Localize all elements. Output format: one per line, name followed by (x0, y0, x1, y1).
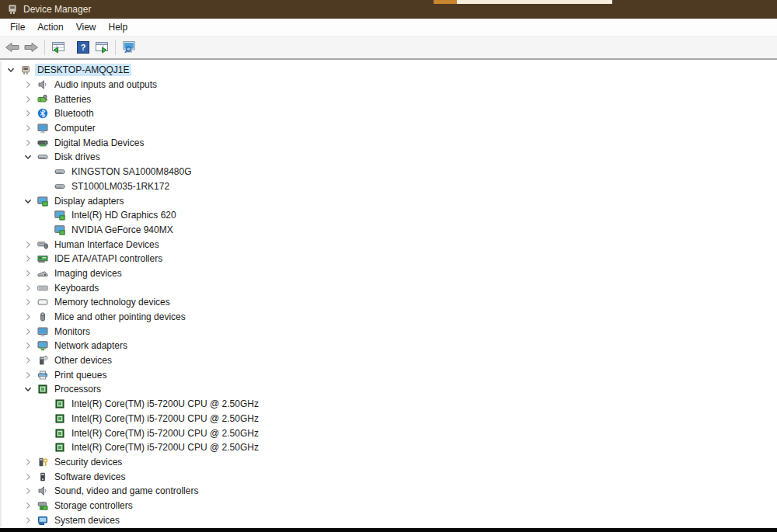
tree-item[interactable]: Human Interface Devices (2, 237, 777, 252)
tree-item[interactable]: Processors (2, 382, 777, 397)
chevron-right-icon[interactable] (23, 356, 33, 365)
forward-button[interactable] (22, 38, 40, 57)
tree-item-label[interactable]: Display adapters (52, 195, 126, 207)
tree-item[interactable]: Intel(R) Core(TM) i5-7200U CPU @ 2.50GHz (2, 397, 777, 412)
tree-item-label[interactable]: Processors (52, 383, 103, 395)
tree-item-label[interactable]: KINGSTON SA1000M8480G (69, 165, 194, 178)
tree-item[interactable]: Mice and other pointing devices (2, 310, 777, 325)
tree-item-label[interactable]: Software devices (52, 471, 127, 483)
tree-item-label[interactable]: DESKTOP-AMQQJ1E (35, 64, 131, 76)
tree-item[interactable]: Intel(R) Core(TM) i5-7200U CPU @ 2.50GHz (2, 426, 777, 440)
chevron-right-icon[interactable] (23, 327, 33, 336)
tree-item-label[interactable]: Intel(R) Core(TM) i5-7200U CPU @ 2.50GHz (69, 441, 261, 454)
tree-item-label[interactable]: Mice and other pointing devices (52, 311, 188, 323)
tree-item[interactable]: DESKTOP-AMQQJ1E (2, 63, 777, 78)
chevron-right-icon[interactable] (23, 516, 33, 525)
tree-item[interactable]: KINGSTON SA1000M8480G (2, 165, 777, 179)
menu-view[interactable]: View (70, 19, 103, 35)
tree-item-label[interactable]: Network adapters (52, 339, 130, 352)
tree-item[interactable]: Software devices (2, 469, 777, 484)
tree-item-label[interactable]: Security devices (52, 456, 124, 468)
action-pane-button[interactable] (92, 38, 111, 57)
back-button[interactable] (3, 38, 22, 57)
chevron-down-icon[interactable] (23, 196, 33, 206)
tree-item[interactable]: Audio inputs and outputs (2, 78, 777, 92)
tree-item-label[interactable]: IDE ATA/ATAPI controllers (52, 252, 165, 265)
chevron-right-icon[interactable] (23, 370, 33, 380)
tree-item[interactable]: Digital Media Devices (2, 135, 777, 150)
tree-item-label[interactable]: Batteries (52, 93, 93, 106)
tree-item-label[interactable]: Audio inputs and outputs (52, 78, 159, 91)
menu-file[interactable]: File (4, 19, 31, 35)
tree-item-label[interactable]: Storage controllers (52, 499, 135, 512)
tree-item-label[interactable]: Intel(R) Core(TM) i5-7200U CPU @ 2.50GHz (69, 427, 261, 440)
tree-item-label[interactable]: Intel(R) HD Graphics 620 (69, 209, 179, 221)
tree-item-label[interactable]: NVIDIA GeForce 940MX (69, 224, 176, 236)
tree-item-label[interactable]: Imaging devices (52, 267, 124, 280)
chevron-right-icon[interactable] (23, 109, 33, 118)
tree-item[interactable]: Intel(R) HD Graphics 620 (2, 208, 777, 223)
chevron-right-icon[interactable] (23, 312, 33, 322)
tree-item[interactable]: Memory technology devices (2, 295, 777, 310)
chevron-right-icon[interactable] (23, 283, 33, 293)
tree-item[interactable]: Network adapters (2, 339, 777, 353)
tree-item-label[interactable]: Print queues (52, 369, 109, 381)
tree-item[interactable]: Monitors (2, 324, 777, 339)
imaging-icon (37, 268, 48, 279)
tree-item[interactable]: Display adapters (2, 193, 777, 208)
tree-item[interactable]: ?Other devices (2, 353, 777, 368)
tree-item-label[interactable]: Sound, video and game controllers (52, 485, 200, 497)
tree-item[interactable]: Sound, video and game controllers (2, 484, 777, 499)
menu-action[interactable]: Action (31, 19, 69, 35)
tree-item-label[interactable]: Computer (52, 122, 98, 134)
back-arrow-icon (5, 41, 20, 54)
tree-item-label[interactable]: Intel(R) Core(TM) i5-7200U CPU @ 2.50GHz (69, 398, 261, 410)
tree-item[interactable]: Imaging devices (2, 266, 777, 281)
tree-item[interactable]: Intel(R) Core(TM) i5-7200U CPU @ 2.50GHz (2, 440, 777, 455)
tree-item[interactable]: System devices (2, 513, 777, 527)
chevron-right-icon[interactable] (23, 472, 33, 482)
chevron-right-icon[interactable] (23, 80, 33, 89)
chevron-right-icon[interactable] (23, 138, 33, 148)
tree-item[interactable]: Disk drives (2, 150, 777, 165)
tree-item-label[interactable]: System devices (52, 514, 122, 527)
chevron-right-icon[interactable] (23, 254, 33, 263)
tree-item[interactable]: Bluetooth (2, 106, 777, 121)
tree-item-label[interactable]: Monitors (52, 325, 92, 338)
help-button[interactable]: ? (74, 38, 92, 57)
tree-item[interactable]: IDE ATA/ATAPI controllers (2, 252, 777, 266)
tree-item-label[interactable]: Memory technology devices (52, 296, 172, 308)
tree-item[interactable]: Computer (2, 121, 777, 136)
tree-item-label[interactable]: Keyboards (52, 282, 101, 294)
tree-item-label[interactable]: ST1000LM035-1RK172 (69, 180, 172, 193)
tree-item[interactable]: Keyboards (2, 280, 777, 295)
chevron-right-icon[interactable] (23, 95, 33, 104)
chevron-down-icon[interactable] (23, 152, 33, 162)
tree-item-label[interactable]: Other devices (52, 354, 114, 367)
tree-item[interactable]: Storage controllers (2, 499, 777, 513)
chevron-down-icon[interactable] (6, 65, 16, 75)
scan-hardware-changes-button[interactable] (120, 38, 138, 57)
chevron-right-icon[interactable] (23, 269, 33, 278)
tree-item[interactable]: ST1000LM035-1RK172 (2, 179, 777, 194)
chevron-right-icon[interactable] (23, 501, 33, 510)
tree-item-label[interactable]: Human Interface Devices (52, 238, 162, 251)
chevron-right-icon[interactable] (23, 486, 33, 495)
tree-item-label[interactable]: Bluetooth (52, 107, 96, 120)
chevron-right-icon[interactable] (23, 123, 33, 133)
tree-item[interactable]: Print queues (2, 367, 777, 382)
tree-item-label[interactable]: Disk drives (52, 151, 103, 163)
tree-item[interactable]: Security devices (2, 455, 777, 470)
menu-help[interactable]: Help (103, 19, 134, 35)
chevron-down-icon[interactable] (23, 384, 33, 394)
chevron-right-icon[interactable] (23, 341, 33, 350)
tree-item[interactable]: Batteries (2, 92, 777, 106)
tree-item[interactable]: Intel(R) Core(TM) i5-7200U CPU @ 2.50GHz (2, 412, 777, 426)
tree-item-label[interactable]: Intel(R) Core(TM) i5-7200U CPU @ 2.50GHz (69, 412, 261, 425)
tree-item[interactable]: NVIDIA GeForce 940MX (2, 223, 777, 238)
tree-item-label[interactable]: Digital Media Devices (52, 137, 146, 149)
chevron-right-icon[interactable] (23, 457, 33, 467)
chevron-right-icon[interactable] (23, 297, 33, 307)
chevron-right-icon[interactable] (23, 240, 33, 249)
show-console-tree-button[interactable] (49, 38, 68, 57)
